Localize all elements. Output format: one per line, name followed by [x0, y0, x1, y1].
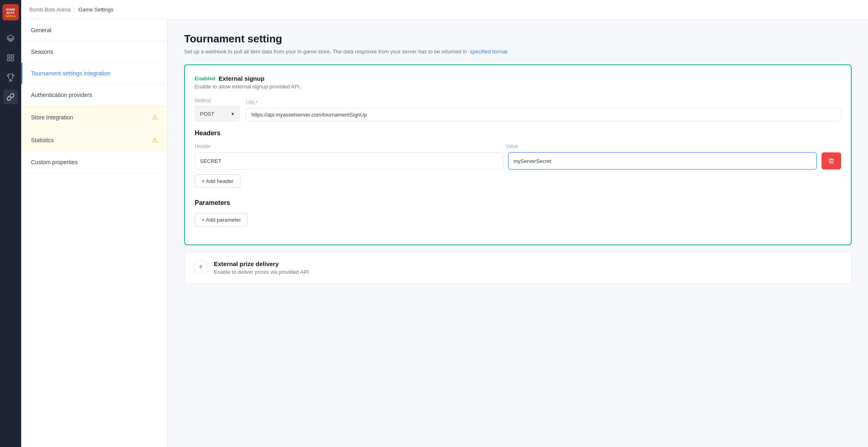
breadcrumb: Bomb Bots Arena | Game Settings — [21, 0, 868, 20]
sidebar-item-store-integration[interactable]: Store Integration ⚠ — [21, 106, 167, 129]
parameters-section: Parameters + Add parameter — [195, 199, 841, 235]
sidebar-item-label: Authentication providers — [31, 92, 92, 98]
specified-format-link[interactable]: specified format. — [470, 48, 508, 55]
warning-icon: ⚠ — [152, 136, 158, 144]
url-label: URL* — [246, 100, 841, 106]
card-header: Enabled External signup — [195, 75, 841, 82]
svg-rect-8 — [11, 59, 14, 61]
svg-rect-6 — [11, 55, 14, 57]
breadcrumb-separator: | — [74, 7, 75, 13]
sidebar-item-label: Seasons — [31, 48, 53, 55]
svg-rect-7 — [8, 59, 10, 61]
url-input[interactable] — [246, 108, 841, 121]
chevron-down-icon: ▾ — [231, 111, 234, 117]
method-group: Method POST ▾ — [195, 98, 240, 121]
add-parameter-button[interactable]: + Add parameter — [195, 213, 248, 227]
page-description: Set up a webhook to pull all item data f… — [184, 48, 852, 55]
expand-toggle-button[interactable]: + — [194, 260, 207, 273]
page-title: Tournament setting — [184, 33, 852, 45]
app-logo[interactable]: BOMB BOTS ARENA — [2, 4, 19, 20]
method-label: Method — [195, 98, 240, 103]
sidebar-item-statistics[interactable]: Statistics ⚠ — [21, 129, 167, 152]
value-col-label: Value — [506, 143, 812, 149]
headers-title: Headers — [195, 130, 841, 137]
url-group: URL* — [246, 100, 841, 121]
sidebar-item-label: Store Integration — [31, 114, 73, 121]
sidebar-item-general[interactable]: General — [21, 20, 167, 41]
main-panel: Tournament setting Set up a webhook to p… — [168, 20, 868, 447]
prize-card-title: External prize delivery — [214, 260, 310, 267]
add-header-label: + Add header — [202, 178, 233, 184]
add-header-button[interactable]: + Add header — [195, 174, 240, 188]
card-title: External signup — [219, 75, 265, 82]
trash-icon — [828, 158, 835, 164]
prize-card-description: Enable to deliver prizes via provided AP… — [214, 269, 310, 275]
enabled-badge: Enabled — [195, 75, 215, 81]
sidebar-item-seasons[interactable]: Seasons — [21, 41, 167, 63]
sidebar-item-label: Tournament settings integration — [31, 70, 110, 77]
page-desc-text: Set up a webhook to pull all item data f… — [184, 48, 467, 55]
breadcrumb-page: Game Settings — [79, 7, 114, 13]
svg-text:ARENA: ARENA — [6, 15, 16, 18]
sidebar-item-custom-properties[interactable]: Custom properties — [21, 152, 167, 173]
sidebar-item-tournament-settings-integration[interactable]: Tournament settings integration — [21, 63, 167, 84]
sidebar-item-label: Custom properties — [31, 159, 77, 165]
sidebar-item-label: Statistics — [31, 137, 54, 143]
content-area: General Seasons Tournament settings inte… — [21, 20, 868, 447]
header-value-input[interactable] — [508, 152, 817, 170]
header-labels-row: Header Value — [195, 143, 841, 149]
grid-icon[interactable] — [3, 51, 18, 65]
nav-bar: BOMB BOTS ARENA — [0, 0, 21, 447]
method-url-row: Method POST ▾ URL* — [195, 98, 841, 121]
delete-header-button[interactable] — [822, 152, 841, 170]
method-select[interactable]: POST ▾ — [195, 106, 240, 121]
add-parameter-label: + Add parameter — [202, 217, 241, 223]
trophy-icon[interactable] — [3, 70, 18, 85]
sidebar-item-label: General — [31, 27, 51, 33]
header-col-label: Header — [195, 143, 501, 149]
svg-text:BOMB: BOMB — [6, 8, 15, 11]
sidebar-item-authentication-providers[interactable]: Authentication providers — [21, 84, 167, 106]
svg-rect-5 — [8, 55, 10, 57]
external-signup-card: Enabled External signup Enable to allow … — [184, 64, 852, 245]
prize-card-content: External prize delivery Enable to delive… — [214, 260, 310, 275]
header-row — [195, 152, 841, 170]
link-icon[interactable] — [3, 90, 18, 104]
card-description: Enable to allow external signup provided… — [195, 84, 841, 90]
plus-icon: + — [199, 263, 203, 271]
main-content: Bomb Bots Arena | Game Settings General … — [21, 0, 868, 447]
method-value: POST — [200, 111, 214, 117]
breadcrumb-app[interactable]: Bomb Bots Arena — [29, 7, 70, 13]
layers-icon[interactable] — [3, 31, 18, 46]
svg-rect-10 — [9, 81, 12, 81]
external-prize-card: + External prize delivery Enable to deli… — [184, 252, 852, 284]
header-key-input[interactable] — [195, 152, 503, 170]
sidebar: General Seasons Tournament settings inte… — [21, 20, 168, 447]
svg-text:BOTS: BOTS — [7, 11, 15, 14]
warning-icon: ⚠ — [152, 113, 158, 121]
parameters-title: Parameters — [195, 199, 841, 207]
